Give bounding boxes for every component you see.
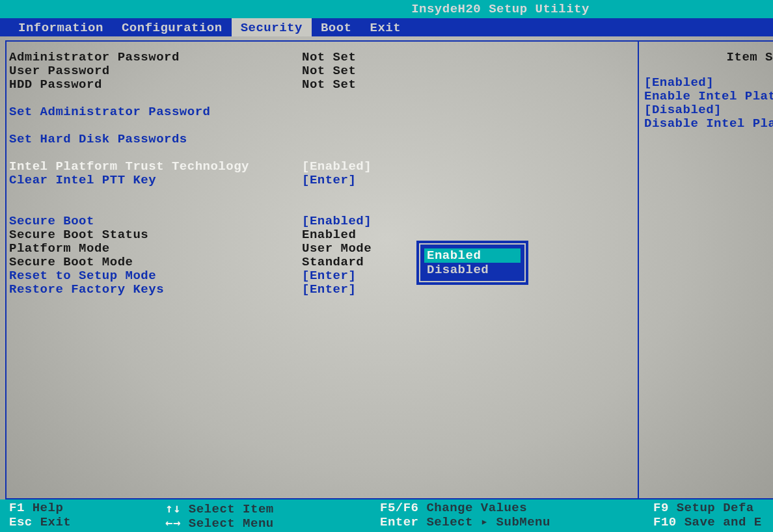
footer-bar: F1 Help ↑↓ Select Item F5/F6 Change Valu… (0, 499, 773, 532)
hint-select-item: Select Item (189, 502, 274, 516)
title-bar: InsydeH20 Setup Utility (0, 0, 773, 18)
user-password-value: Not Set (302, 64, 356, 78)
hdd-password-label: HDD Password (9, 78, 302, 92)
help-line-2: Enable Intel Plat (644, 90, 773, 103)
hint-change-values: Change Values (426, 501, 527, 515)
hint-select-menu: Select Menu (189, 516, 274, 531)
panel-divider (638, 40, 639, 499)
hint-save-exit: Save and E (685, 515, 762, 529)
user-password-label: User Password (9, 64, 302, 78)
tab-information[interactable]: Information (9, 18, 113, 36)
bios-screen: InsydeH20 Setup Utility Information Conf… (0, 0, 773, 532)
key-enter: Enter (380, 515, 419, 529)
help-line-1: [Enabled] (644, 76, 773, 90)
popup-option-disabled[interactable]: Disabled (424, 263, 521, 277)
popup-option-enabled[interactable]: Enabled (424, 248, 521, 263)
app-title: InsydeH20 Setup Utility (183, 0, 590, 18)
set-admin-password-action[interactable]: Set Administrator Password (9, 105, 302, 119)
platform-mode-label: Platform Mode (9, 242, 302, 256)
tab-exit[interactable]: Exit (360, 18, 410, 36)
secure-boot-mode-value: Standard (302, 256, 364, 269)
secure-boot-status-label: Secure Boot Status (9, 228, 302, 242)
reset-setup-mode-label[interactable]: Reset to Setup Mode (9, 269, 302, 283)
secure-boot-label[interactable]: Secure Boot (9, 215, 302, 228)
help-panel: Item S [Enabled] Enable Intel Plat [Disa… (644, 51, 773, 131)
hint-setup-defaults: Setup Defa (677, 501, 754, 515)
intel-ptt-value[interactable]: [Enabled] (302, 160, 372, 174)
admin-password-value: Not Set (302, 51, 356, 64)
menu-bar: Information Configuration Security Boot … (0, 18, 773, 36)
restore-factory-keys-label[interactable]: Restore Factory Keys (9, 283, 302, 297)
key-esc: Esc (9, 515, 33, 529)
restore-factory-keys-value[interactable]: [Enter] (302, 283, 356, 297)
key-f9: F9 (653, 501, 669, 515)
settings-list: Administrator Password Not Set User Pass… (9, 51, 634, 297)
clear-ptt-key-label[interactable]: Clear Intel PTT Key (9, 174, 302, 187)
tab-configuration[interactable]: Configuration (113, 18, 232, 36)
key-f5f6: F5/F6 (380, 501, 419, 515)
key-f10: F10 (653, 515, 677, 529)
tab-boot[interactable]: Boot (312, 18, 361, 36)
key-f1: F1 (9, 501, 25, 515)
clear-ptt-key-value[interactable]: [Enter] (302, 174, 356, 187)
reset-setup-mode-value[interactable]: [Enter] (302, 269, 356, 283)
secure-boot-value[interactable]: [Enabled] (302, 215, 372, 228)
secure-boot-status-value: Enabled (302, 228, 356, 242)
intel-ptt-label[interactable]: Intel Platform Trust Technology (9, 160, 302, 174)
tab-security[interactable]: Security (232, 18, 312, 36)
hint-exit: Exit (40, 515, 72, 529)
help-line-3: [Disabled] (644, 103, 773, 117)
help-title: Item S (644, 51, 773, 64)
hdd-password-value: Not Set (302, 78, 356, 92)
key-updown: ↑↓ (165, 501, 181, 515)
admin-password-label: Administrator Password (9, 51, 302, 64)
secure-boot-mode-label: Secure Boot Mode (9, 256, 302, 269)
value-popup[interactable]: Enabled Disabled (416, 241, 528, 285)
platform-mode-value: User Mode (302, 242, 372, 256)
key-leftright: ←→ (165, 515, 181, 529)
set-hdd-passwords-action[interactable]: Set Hard Disk Passwords (9, 133, 302, 146)
hint-select-submenu: Select ▸ SubMenu (426, 515, 550, 529)
help-line-4: Disable Intel Pla (644, 117, 773, 131)
hint-help: Help (33, 501, 64, 515)
